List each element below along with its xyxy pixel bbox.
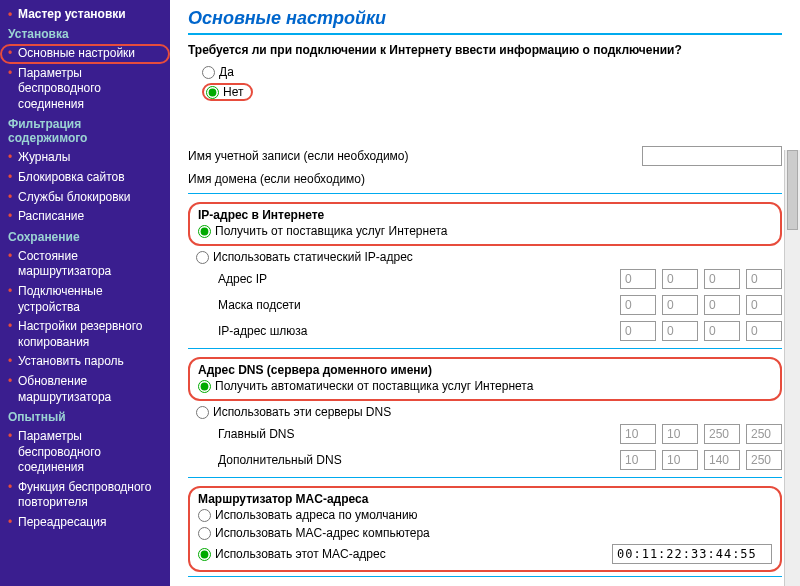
mask-octet-1[interactable] (620, 295, 656, 315)
sidebar-item-attached[interactable]: Подключенные устройства (0, 282, 170, 317)
divider (188, 193, 782, 194)
mac-input[interactable] (612, 544, 772, 564)
dns-auto-radio[interactable] (198, 380, 211, 393)
dns2-octet-2[interactable] (662, 450, 698, 470)
mask-octet-4[interactable] (746, 295, 782, 315)
sidebar-wizard[interactable]: •Мастер установки (0, 4, 170, 24)
sidebar-item-logs[interactable]: Журналы (0, 148, 170, 168)
ip-static-radio[interactable] (196, 251, 209, 264)
sidebar-item-password[interactable]: Установить пароль (0, 352, 170, 372)
divider (188, 33, 782, 35)
dns2-octet-1[interactable] (620, 450, 656, 470)
mac-this-label: Использовать этот MAC-адрес (215, 547, 386, 561)
dns-primary-label: Главный DNS (188, 427, 448, 441)
gw-octet-4[interactable] (746, 321, 782, 341)
gw-octet-1[interactable] (620, 321, 656, 341)
sidebar-section-advanced: Опытный (0, 407, 170, 427)
login-no-label: Нет (223, 85, 243, 99)
ip-static-label: Использовать статический IP-адрес (213, 250, 413, 264)
mask-octet-2[interactable] (662, 295, 698, 315)
login-no-radio[interactable] (206, 86, 219, 99)
gw-label: IP-адрес шлюза (188, 324, 448, 338)
sidebar: •Мастер установки Установка Основные нас… (0, 0, 170, 586)
dns2-octet-3[interactable] (704, 450, 740, 470)
scrollbar-thumb[interactable] (787, 150, 798, 230)
mask-label: Маска подсети (188, 298, 448, 312)
ip-octet-3[interactable] (704, 269, 740, 289)
mac-default-radio[interactable] (198, 509, 211, 522)
sidebar-section-filter: Фильтрация содержимого (0, 114, 170, 148)
page-title: Основные настройки (188, 8, 782, 29)
scrollbar[interactable]: ▲ (784, 150, 800, 586)
account-label: Имя учетной записи (если необходимо) (188, 149, 448, 163)
ip-section-title: IP-адрес в Интернете (198, 208, 772, 222)
sidebar-item-adv-wireless[interactable]: Параметры беспроводного соединения (0, 427, 170, 478)
mac-default-label: Использовать адреса по умолчанию (215, 508, 418, 522)
dns-secondary-label: Дополнительный DNS (188, 453, 448, 467)
dns2-octet-4[interactable] (746, 450, 782, 470)
dns-section-highlight: Адрес DNS (сервера доменного имени) Полу… (188, 357, 782, 401)
sidebar-item-upgrade[interactable]: Обновление маршрутизатора (0, 372, 170, 407)
ip-section-highlight: IP-адрес в Интернете Получить от поставщ… (188, 202, 782, 246)
sidebar-section-setup: Установка (0, 24, 170, 44)
dns1-octet-1[interactable] (620, 424, 656, 444)
login-prompt-label: Требуется ли при подключении к Интернету… (188, 43, 782, 57)
gw-octet-3[interactable] (704, 321, 740, 341)
sidebar-section-maintenance: Сохранение (0, 227, 170, 247)
sidebar-item-wireless-params[interactable]: Параметры беспроводного соединения (0, 64, 170, 115)
account-input[interactable] (642, 146, 782, 166)
divider (188, 348, 782, 349)
ip-auto-radio[interactable] (198, 225, 211, 238)
sidebar-item-repeater[interactable]: Функция беспроводного повторителя (0, 478, 170, 513)
dns1-octet-3[interactable] (704, 424, 740, 444)
ip-octet-1[interactable] (620, 269, 656, 289)
gw-octet-2[interactable] (662, 321, 698, 341)
dns1-octet-2[interactable] (662, 424, 698, 444)
login-yes-radio[interactable] (202, 66, 215, 79)
login-yes-label: Да (219, 65, 234, 79)
dns-section-title: Адрес DNS (сервера доменного имени) (198, 363, 772, 377)
mac-this-radio[interactable] (198, 548, 211, 561)
domain-label: Имя домена (если необходимо) (188, 172, 448, 186)
dns-manual-label: Использовать эти серверы DNS (213, 405, 391, 419)
dns-manual-radio[interactable] (196, 406, 209, 419)
sidebar-item-backup[interactable]: Настройки резервного копирования (0, 317, 170, 352)
sidebar-item-basic-settings[interactable]: Основные настройки (0, 44, 170, 64)
ip-octet-4[interactable] (746, 269, 782, 289)
ip-octet-2[interactable] (662, 269, 698, 289)
sidebar-item-schedule[interactable]: Расписание (0, 207, 170, 227)
sidebar-item-forwarding[interactable]: Переадресация (0, 513, 170, 533)
main-panel: Основные настройки Требуется ли при подк… (170, 0, 800, 586)
divider (188, 576, 782, 577)
ip-auto-label: Получить от поставщика услуг Интернета (215, 224, 447, 238)
mac-section-highlight: Маршрутизатор MAC-адреса Использовать ад… (188, 486, 782, 572)
mac-pc-label: Использовать MAC-адрес компьютера (215, 526, 430, 540)
mac-section-title: Маршрутизатор MAC-адреса (198, 492, 772, 506)
sidebar-item-block-sites[interactable]: Блокировка сайтов (0, 168, 170, 188)
sidebar-item-router-status[interactable]: Состояние маршрутизатора (0, 247, 170, 282)
mask-octet-3[interactable] (704, 295, 740, 315)
divider (188, 477, 782, 478)
sidebar-item-block-services[interactable]: Службы блокировки (0, 188, 170, 208)
mac-pc-radio[interactable] (198, 527, 211, 540)
dns1-octet-4[interactable] (746, 424, 782, 444)
ip-addr-label: Адрес IP (188, 272, 448, 286)
dns-auto-label: Получить автоматически от поставщика усл… (215, 379, 533, 393)
